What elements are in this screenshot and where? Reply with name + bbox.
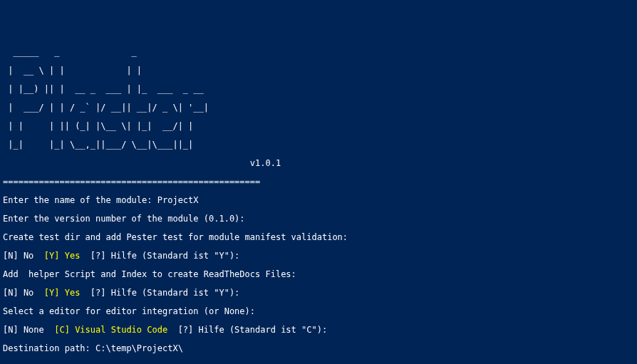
- choice-help: [?] Hilfe (Standard ist "C"):: [178, 325, 328, 335]
- banner-line: |_| |_| \__,_||___/ \__|\___||_|: [3, 140, 634, 150]
- banner-line: _____ _ _: [3, 48, 634, 57]
- choice-no: [N] No: [3, 251, 44, 261]
- prompt-name: Enter the name of the module: ProjectX: [3, 196, 634, 205]
- choice-help: [?] Hilfe (Standard ist "Y"):: [90, 288, 240, 298]
- destination-path: Destination path: C:\temp\ProjectX\: [3, 344, 634, 353]
- prompt-version: Enter the version number of the module (…: [3, 214, 634, 224]
- choice-line: [N] No [Y] Yes [?] Hilfe (Standard ist "…: [3, 288, 634, 298]
- banner-line: | |__) || | __ _ ___ | |_ ___ _ __: [3, 85, 634, 94]
- choice-none: [N] None: [3, 325, 54, 335]
- choice-line: [N] No [Y] Yes [?] Hilfe (Standard ist "…: [3, 251, 634, 261]
- choice-yes: [Y] Yes: [44, 251, 90, 261]
- banner-line: | | | || (_| |\__ \| |_| __/| |: [3, 122, 634, 131]
- banner-line: | ___/ | | / _` |/ __|| __|/ _ \| '__|: [3, 103, 634, 113]
- choice-vscode: [C] Visual Studio Code: [54, 325, 177, 335]
- choice-help: [?] Hilfe (Standard ist "Y"):: [90, 251, 240, 261]
- version-line: v1.0.1: [3, 159, 634, 168]
- choice-line: [N] None [C] Visual Studio Code [?] Hilf…: [3, 326, 634, 335]
- choice-no: [N] No: [3, 288, 44, 298]
- choice-yes: [Y] Yes: [44, 288, 90, 298]
- prompt-pester: Create test dir and add Pester test for …: [3, 233, 634, 242]
- terminal-output[interactable]: _____ _ _ | __ \ | | | | | |__) || | __ …: [3, 38, 634, 364]
- banner-line: | __ \ | | | |: [3, 66, 634, 76]
- prompt-readthedocs: Add helper Script and Index to create Re…: [3, 270, 634, 279]
- divider: ========================================…: [3, 177, 634, 187]
- prompt-editor: Select a editor for editor integration (…: [3, 307, 634, 316]
